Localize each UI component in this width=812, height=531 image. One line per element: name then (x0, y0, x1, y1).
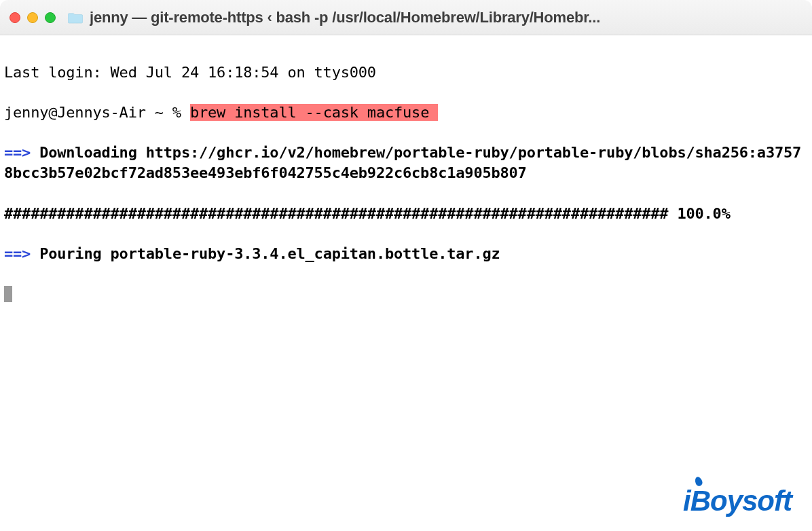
watermark-text: iBoysoft (683, 485, 792, 517)
zoom-button[interactable] (45, 12, 56, 23)
traffic-lights (10, 12, 56, 23)
terminal-cursor (4, 286, 12, 302)
cursor-line (4, 284, 808, 304)
arrow-icon: ==> (4, 245, 39, 262)
window-title: jenny — git-remote-https ‹ bash -p /usr/… (90, 9, 802, 26)
watermark-logo: iBoysoft (683, 485, 792, 517)
progress-line: ########################################… (4, 204, 808, 224)
progress-bar: ########################################… (4, 205, 668, 222)
minimize-button[interactable] (27, 12, 38, 23)
entered-command: brew install --cask macfuse (190, 104, 438, 121)
progress-percent: 100.0% (668, 205, 730, 222)
prompt-line: jenny@Jennys-Air ~ % brew install --cask… (4, 103, 808, 123)
window-titlebar: jenny — git-remote-https ‹ bash -p /usr/… (0, 0, 812, 35)
last-login-line: Last login: Wed Jul 24 16:18:54 on ttys0… (4, 62, 808, 83)
downloading-line: ==> Downloading https://ghcr.io/v2/homeb… (4, 143, 808, 183)
pouring-label: Pouring (39, 245, 110, 262)
close-button[interactable] (10, 12, 20, 23)
terminal-output[interactable]: Last login: Wed Jul 24 16:18:54 on ttys0… (0, 35, 812, 331)
folder-icon (68, 12, 83, 24)
prompt-prefix: jenny@Jennys-Air ~ % (4, 104, 190, 121)
pouring-line: ==> Pouring portable-ruby-3.3.4.el_capit… (4, 244, 808, 264)
pouring-file: portable-ruby-3.3.4.el_capitan.bottle.ta… (111, 245, 500, 262)
arrow-icon: ==> (4, 144, 39, 161)
downloading-label: Downloading (39, 144, 146, 161)
